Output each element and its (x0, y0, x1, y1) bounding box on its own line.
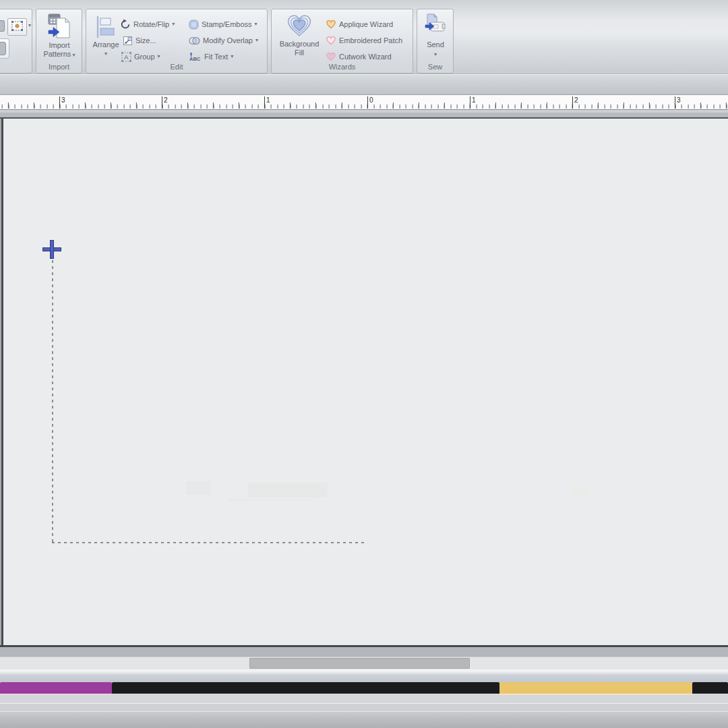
ruler-major-tick (367, 96, 368, 109)
cutwork-wizard-icon (326, 52, 336, 61)
thread-color-bar (0, 682, 728, 695)
footer-strip-1 (0, 695, 728, 704)
crosshair-cursor (42, 240, 61, 259)
clipped-tool-icon (0, 42, 6, 55)
stamp-emboss-button[interactable]: Stamp/Emboss ▾ (189, 16, 257, 32)
size-icon (123, 36, 133, 46)
import-patterns-button[interactable]: Import Patterns ▾ (40, 12, 78, 59)
size-label: Size... (135, 36, 156, 44)
ribbon-group-label-wizards: Wizards (272, 63, 413, 71)
ruler-major-tick (162, 96, 162, 109)
thread-chip-black-2[interactable] (692, 682, 728, 695)
rotate-flip-icon (120, 19, 131, 30)
chevron-down-icon: ▾ (434, 52, 437, 57)
ghost-artifact (228, 499, 314, 501)
applique-wizard-button[interactable]: Applique Wizard (326, 16, 393, 32)
chevron-down-icon: ▾ (255, 38, 258, 43)
ruler-major-tick (572, 96, 573, 109)
design-canvas[interactable] (0, 119, 728, 645)
canvas-left-border (1, 119, 3, 645)
fit-text-label: Fit Text (204, 53, 228, 61)
chevron-down-icon: ▾ (172, 22, 175, 27)
horizontal-scrollbar[interactable] (0, 657, 728, 669)
selection-marquee-icon (11, 21, 23, 34)
ruler-unit-label: 3 (61, 96, 65, 104)
ruler-unit-label: 0 (369, 96, 373, 104)
thread-chip-purple[interactable] (0, 682, 112, 695)
import-patterns-icon (48, 12, 71, 41)
ghost-artifact (570, 487, 588, 496)
applique-wizard-icon (326, 20, 336, 29)
selection-edge-horizontal[interactable] (52, 542, 365, 543)
chevron-down-icon: ▾ (255, 22, 257, 27)
svg-text:ABC: ABC (189, 56, 201, 61)
modify-overlap-icon (189, 36, 200, 45)
arrange-icon (96, 15, 116, 40)
stamp-emboss-label: Stamp/Emboss (202, 20, 252, 28)
modify-overlap-button[interactable]: Modify Overlap ▾ (189, 32, 258, 49)
footer-strip-2 (0, 704, 728, 712)
background-fill-icon (285, 13, 313, 40)
import-patterns-label-2: Patterns ▾ (43, 50, 75, 59)
modify-overlap-label: Modify Overlap (203, 36, 253, 44)
chevron-down-icon: ▾ (158, 54, 160, 59)
rotate-flip-label: Rotate/Flip (133, 20, 169, 28)
rotate-flip-button[interactable]: Rotate/Flip ▾ (120, 16, 175, 32)
embroidered-patch-button[interactable]: Embroidered Patch (326, 32, 402, 49)
ruler-major-tick (675, 96, 675, 109)
embroidered-patch-icon (326, 36, 336, 45)
import-patterns-label-1: Import (49, 41, 69, 50)
ruler-major-tick (470, 96, 471, 109)
embroidered-patch-label: Embroidered Patch (339, 36, 402, 44)
horizontal-ruler: 3210123 (0, 94, 728, 110)
canvas-bottom-frame (0, 647, 728, 657)
clipped-tool-icon (0, 20, 5, 32)
group-icon: A (121, 52, 131, 62)
ruler-medium-ticks (0, 102, 728, 109)
selection-edge-vertical[interactable] (52, 260, 53, 543)
ruler-unit-label: 2 (164, 96, 168, 104)
thread-chip-gold[interactable] (499, 682, 692, 695)
chevron-down-icon: ▾ (104, 51, 107, 57)
footer-strip-3 (0, 712, 728, 728)
embroidery-app-window: ▾ Import (0, 0, 728, 728)
thread-chip-black[interactable] (112, 682, 499, 695)
background-fill-label-2: Fill (295, 49, 304, 57)
chevron-down-icon[interactable]: ▾ (28, 23, 31, 28)
ribbon-group-label-sew: Sew (417, 63, 453, 71)
cutwork-wizard-label: Cutwork Wizard (339, 53, 392, 61)
status-spacer-strip (0, 669, 728, 682)
chevron-down-icon: ▾ (73, 52, 75, 58)
send-label: Send (427, 40, 444, 49)
fit-text-icon: ABC (189, 52, 202, 61)
ribbon-group-label-import: Import (36, 63, 82, 71)
ghost-artifact (186, 481, 210, 495)
arrange-button[interactable]: Arrange ▾ (90, 15, 121, 57)
canvas-frame-strip (0, 113, 728, 117)
ribbon: ▾ Import (0, 0, 728, 74)
hscroll-thumb[interactable] (249, 658, 470, 669)
send-icon (425, 13, 446, 38)
ribbon-group-sew: Send ▾ Sew (417, 9, 454, 73)
ribbon-group-edit: Arrange ▾ Rotate/Flip ▾ (86, 9, 268, 73)
ruler-unit-label: 3 (677, 96, 681, 104)
ruler-unit-label: 2 (574, 96, 578, 104)
ribbon-group-import: Import Patterns ▾ Import (36, 9, 82, 73)
applique-wizard-label: Applique Wizard (339, 20, 393, 28)
ruler-unit-label: 1 (266, 96, 270, 104)
stamp-emboss-icon (189, 20, 199, 30)
ribbon-group-wizards: Background Fill Applique Wizard Embroide… (271, 9, 413, 73)
background-fill-label-1: Background (280, 40, 320, 49)
select-region-button[interactable] (7, 18, 27, 36)
chevron-down-icon: ▾ (231, 54, 233, 59)
ghost-artifact (248, 483, 328, 497)
send-button[interactable]: Send ▾ (420, 13, 451, 57)
arrange-label: Arrange (92, 40, 119, 49)
ruler-major-tick (59, 96, 60, 109)
ruler-unit-label: 1 (472, 96, 476, 104)
background-fill-button[interactable]: Background Fill (275, 13, 324, 57)
size-button[interactable]: Size... (123, 32, 156, 49)
ribbon-group-label-edit: Edit (86, 63, 267, 71)
group-label: Group (134, 53, 155, 61)
ruler-major-tick (264, 96, 265, 109)
